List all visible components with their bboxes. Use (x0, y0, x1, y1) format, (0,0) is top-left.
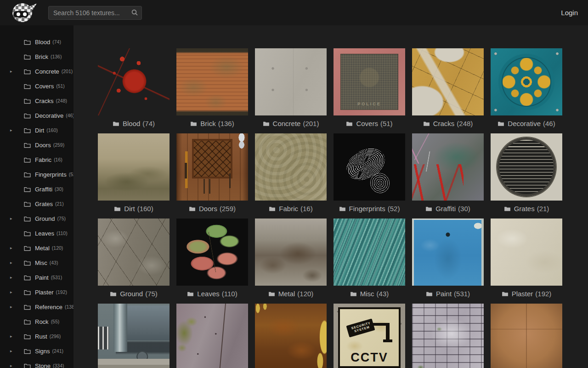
category-card-cracks[interactable]: Cracks(248) (412, 48, 484, 127)
category-card-ground[interactable]: Ground(75) (98, 218, 170, 298)
sidebar-item-ground[interactable]: ▸Ground(75) (0, 211, 74, 226)
expand-arrow-icon[interactable]: ▸ (10, 217, 24, 221)
expand-arrow-icon[interactable]: ▸ (10, 305, 24, 309)
sidebar-item-brick[interactable]: Brick(136) (0, 49, 74, 64)
category-caption[interactable]: Brick(136) (176, 119, 248, 127)
sidebar-item-fabric[interactable]: Fabric(16) (0, 152, 74, 167)
category-card-grates[interactable]: Grates(21) (491, 133, 562, 213)
texture-thumbnail-cctv[interactable]: SECURITY SYSTEMCCTV (334, 304, 405, 368)
texture-thumbnail-rock[interactable] (176, 304, 248, 368)
sidebar-item-plaster[interactable]: ▸Plaster(192) (0, 285, 74, 299)
category-caption[interactable]: Graffiti(30) (412, 204, 484, 213)
texture-thumbnail-doors[interactable] (176, 133, 248, 201)
category-caption[interactable]: Plaster(192) (491, 289, 562, 298)
category-caption[interactable]: Doors(259) (176, 204, 248, 213)
category-caption[interactable]: Fabric(16) (255, 204, 327, 213)
search-input[interactable] (48, 6, 142, 20)
texture-thumbnail-rust[interactable] (255, 304, 327, 368)
category-caption[interactable]: Concrete(201) (255, 119, 327, 127)
texture-thumbnail-cracks[interactable] (412, 48, 484, 115)
sidebar-item-concrete[interactable]: ▸Concrete(201) (0, 64, 74, 79)
sidebar-item-stone[interactable]: ▸Stone(334) (0, 358, 74, 368)
category-caption[interactable]: Ground(75) (98, 289, 170, 298)
texture-thumbnail-covers[interactable]: POLICE (334, 48, 405, 115)
sidebar-item-grates[interactable]: Grates(21) (0, 196, 74, 211)
category-card-fingerprints[interactable]: Fingerprints(52) (334, 133, 405, 213)
texture-thumbnail-decorative[interactable] (491, 48, 562, 115)
texture-thumbnail-machinery[interactable] (98, 304, 170, 368)
category-card-rock[interactable] (176, 304, 248, 368)
expand-arrow-icon[interactable]: ▸ (10, 261, 24, 265)
expand-arrow-icon[interactable]: ▸ (10, 69, 24, 74)
expand-arrow-icon[interactable]: ▸ (10, 290, 24, 294)
category-caption[interactable]: Covers(51) (334, 119, 405, 127)
expand-arrow-icon[interactable]: ▸ (10, 334, 24, 339)
category-caption[interactable]: Misc(43) (334, 289, 405, 298)
texture-thumbnail-blood[interactable] (98, 48, 170, 115)
texture-thumbnail-leather[interactable] (491, 304, 562, 368)
category-card-brick[interactable]: Brick(136) (176, 48, 248, 127)
texture-ninja-logo[interactable] (12, 2, 35, 23)
expand-arrow-icon[interactable]: ▸ (10, 276, 24, 280)
category-caption[interactable]: Dirt(160) (98, 204, 170, 213)
sidebar-item-doors[interactable]: Doors(259) (0, 138, 74, 152)
sidebar-item-signs[interactable]: ▸Signs(241) (0, 344, 74, 358)
texture-thumbnail-fingerprints[interactable] (334, 133, 405, 201)
category-caption[interactable]: Fingerprints(52) (334, 204, 405, 213)
texture-thumbnail-metal[interactable] (255, 218, 327, 286)
category-card-paint[interactable]: Paint(531) (412, 218, 484, 298)
sidebar-item-leaves[interactable]: Leaves(110) (0, 226, 74, 241)
category-card-concrete[interactable]: Concrete(201) (255, 48, 327, 127)
category-card-dirt[interactable]: Dirt(160) (98, 133, 170, 213)
texture-thumbnail-grates[interactable] (491, 133, 562, 201)
sidebar-item-rust[interactable]: ▸Rust(296) (0, 329, 74, 344)
texture-thumbnail-dirt[interactable] (98, 133, 170, 201)
category-card-fabric[interactable]: Fabric(16) (255, 133, 327, 213)
texture-thumbnail-concrete[interactable] (255, 48, 327, 115)
category-card-stonewall[interactable] (412, 304, 484, 368)
category-card-leaves[interactable]: Leaves(110) (176, 218, 248, 298)
expand-arrow-icon[interactable]: ▸ (10, 364, 24, 368)
category-card-metal[interactable]: Metal(120) (255, 218, 327, 298)
sidebar-item-paint[interactable]: ▸Paint(531) (0, 270, 74, 285)
sidebar-item-metal[interactable]: ▸Metal(120) (0, 241, 74, 255)
sidebar-item-decorative[interactable]: Decorative(46) (0, 108, 74, 123)
texture-thumbnail-misc[interactable] (334, 218, 405, 286)
login-link[interactable]: Login (561, 9, 578, 17)
category-card-plaster[interactable]: Plaster(192) (491, 218, 562, 298)
category-caption[interactable]: Grates(21) (491, 204, 562, 213)
texture-thumbnail-plaster[interactable] (491, 218, 562, 286)
expand-arrow-icon[interactable]: ▸ (10, 349, 24, 353)
texture-thumbnail-stonewall[interactable] (412, 304, 484, 368)
sidebar-item-covers[interactable]: Covers(51) (0, 79, 74, 93)
category-card-misc[interactable]: Misc(43) (334, 218, 405, 298)
sidebar-item-fingerprints[interactable]: Fingerprints(52) (0, 167, 74, 182)
category-card-covers[interactable]: POLICECovers(51) (334, 48, 405, 127)
category-card-machinery[interactable] (98, 304, 170, 368)
category-caption[interactable]: Blood(74) (98, 119, 170, 127)
category-card-decorative[interactable]: Decorative(46) (491, 48, 562, 127)
sidebar-item-rock[interactable]: Rock(55) (0, 314, 74, 329)
category-caption[interactable]: Decorative(46) (491, 119, 562, 127)
category-card-rust[interactable] (255, 304, 327, 368)
category-card-leather[interactable] (491, 304, 562, 368)
expand-arrow-icon[interactable]: ▸ (10, 246, 24, 250)
category-caption[interactable]: Cracks(248) (412, 119, 484, 127)
sidebar-item-cracks[interactable]: Cracks(248) (0, 93, 74, 108)
sidebar-item-blood[interactable]: Blood(74) (0, 34, 74, 49)
category-card-graffiti[interactable]: Graffiti(30) (412, 133, 484, 213)
sidebar-item-graffiti[interactable]: Graffiti(30) (0, 182, 74, 196)
texture-thumbnail-ground[interactable] (98, 218, 170, 286)
texture-thumbnail-fabric[interactable] (255, 133, 327, 201)
texture-thumbnail-leaves[interactable] (176, 218, 248, 286)
sidebar-item-misc[interactable]: ▸Misc(43) (0, 255, 74, 270)
category-caption[interactable]: Leaves(110) (176, 289, 248, 298)
category-caption[interactable]: Metal(120) (255, 289, 327, 298)
sidebar-item-reference[interactable]: ▸Reference(1389) (0, 299, 74, 314)
texture-thumbnail-graffiti[interactable] (412, 133, 484, 201)
category-card-blood[interactable]: Blood(74) (98, 48, 170, 127)
texture-thumbnail-paint[interactable] (412, 218, 484, 286)
category-card-doors[interactable]: Doors(259) (176, 133, 248, 213)
texture-thumbnail-brick[interactable] (176, 48, 248, 115)
category-caption[interactable]: Paint(531) (412, 289, 484, 298)
